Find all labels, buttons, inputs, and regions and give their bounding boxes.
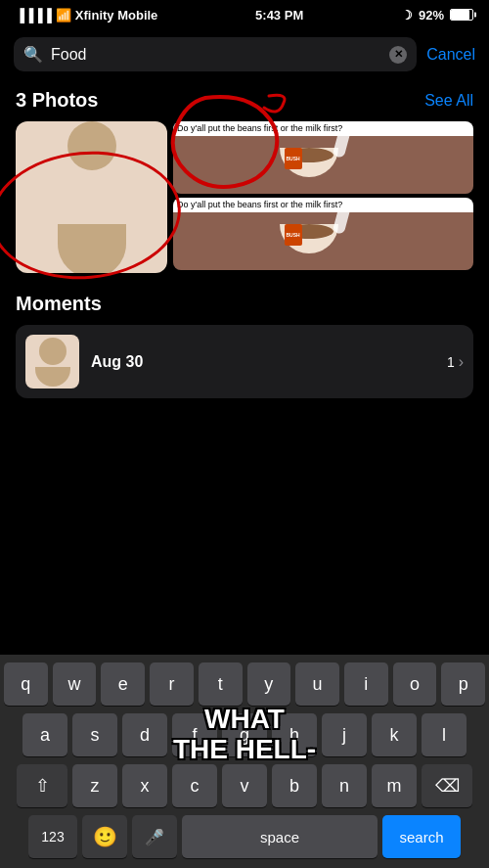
- avatar-head: [67, 121, 116, 170]
- carrier-signal: ▐▐▐▐ 📶 Xfinity Mobile: [16, 8, 157, 23]
- key-t[interactable]: t: [199, 662, 243, 706]
- key-c[interactable]: c: [172, 764, 217, 807]
- key-u[interactable]: u: [295, 662, 339, 706]
- key-h[interactable]: h: [272, 713, 317, 756]
- clear-button[interactable]: ✕: [389, 46, 407, 64]
- profile-photo-card[interactable]: ♥: [16, 121, 167, 273]
- key-x[interactable]: x: [122, 764, 167, 807]
- meme-photo-2[interactable]: Do y'all put the beans first or the milk…: [173, 198, 473, 270]
- main-content: 3 Photos See All ♥ Do y'all put the bean…: [0, 79, 489, 408]
- search-icon: 🔍: [23, 45, 43, 64]
- moment-item[interactable]: Aug 30 1 ›: [16, 325, 473, 398]
- key-z[interactable]: z: [72, 764, 117, 807]
- search-input[interactable]: [51, 46, 381, 64]
- status-right-group: ☽ 92%: [401, 8, 473, 23]
- wifi-icon: 📶: [56, 8, 71, 23]
- key-m[interactable]: m: [372, 764, 417, 807]
- search-input-wrap[interactable]: 🔍 ✕: [14, 37, 417, 71]
- meme-image-1: BUSH: [173, 136, 473, 194]
- meme-photo-1[interactable]: Do y'all put the beans first or the milk…: [173, 121, 473, 194]
- key-q[interactable]: q: [4, 662, 48, 706]
- signal-icon: ▐▐▐▐: [16, 8, 52, 23]
- battery-pct-label: 92%: [419, 8, 444, 23]
- milk-stream-2: [332, 212, 352, 235]
- emoji-key[interactable]: 🙂: [82, 815, 127, 858]
- see-all-button[interactable]: See All: [424, 92, 473, 110]
- key-k[interactable]: k: [372, 713, 417, 756]
- photos-title: 3 Photos: [16, 89, 98, 112]
- key-j[interactable]: j: [322, 713, 367, 756]
- key-f[interactable]: f: [172, 713, 217, 756]
- battery-icon: [450, 9, 473, 21]
- key-row-4: 123 🙂 🎤 space search: [4, 815, 485, 858]
- key-n[interactable]: n: [322, 764, 367, 807]
- clock: 5:43 PM: [255, 8, 303, 23]
- chevron-right-icon: ›: [459, 353, 464, 371]
- avatar-body: [58, 224, 126, 273]
- cancel-button[interactable]: Cancel: [426, 46, 475, 64]
- moments-section: Moments Aug 30 1 ›: [16, 293, 473, 398]
- moment-avatar-head: [39, 338, 67, 365]
- key-i[interactable]: i: [344, 662, 388, 706]
- meme-photo-stack: Do y'all put the beans first or the milk…: [173, 121, 473, 273]
- key-o[interactable]: o: [393, 662, 437, 706]
- photo-grid: ♥ Do y'all put the beans first or the mi…: [16, 121, 473, 273]
- key-e[interactable]: e: [101, 662, 145, 706]
- space-key[interactable]: space: [182, 815, 378, 858]
- meme-image-2: BUSH: [173, 212, 473, 270]
- key-w[interactable]: w: [53, 662, 97, 706]
- can-label: BUSH: [285, 148, 302, 169]
- moment-date: Aug 30: [91, 353, 435, 371]
- moment-avatar-body: [35, 367, 70, 387]
- key-l[interactable]: l: [422, 713, 467, 756]
- key-y[interactable]: y: [247, 662, 291, 706]
- key-s[interactable]: s: [72, 713, 117, 756]
- keyboard: q w e r t y u i o p a s d f g h j k l ⇧ …: [0, 655, 489, 868]
- search-button[interactable]: search: [382, 815, 461, 858]
- key-v[interactable]: v: [222, 764, 267, 807]
- photos-section-header: 3 Photos See All: [16, 89, 473, 112]
- search-bar: 🔍 ✕ Cancel: [0, 29, 489, 79]
- mic-key[interactable]: 🎤: [132, 815, 177, 858]
- key-b[interactable]: b: [272, 764, 317, 807]
- moment-thumbnail: [25, 335, 79, 388]
- shift-key[interactable]: ⇧: [17, 764, 67, 807]
- key-row-3: ⇧ z x c v b n m ⌫: [4, 764, 485, 807]
- moment-count: 1: [447, 354, 455, 370]
- num-key[interactable]: 123: [28, 815, 77, 858]
- keyboard-rows: q w e r t y u i o p a s d f g h j k l ⇧ …: [0, 655, 489, 868]
- moment-count-badge: 1 ›: [447, 353, 464, 371]
- key-row-2: a s d f g h j k l: [4, 713, 485, 756]
- key-r[interactable]: r: [150, 662, 194, 706]
- status-bar: ▐▐▐▐ 📶 Xfinity Mobile 5:43 PM ☽ 92%: [0, 0, 489, 29]
- can-label-2: BUSH: [285, 224, 302, 246]
- carrier-label: Xfinity Mobile: [75, 8, 158, 23]
- delete-key[interactable]: ⌫: [422, 764, 472, 807]
- key-d[interactable]: d: [122, 713, 167, 756]
- meme-caption-1: Do y'all put the beans first or the milk…: [173, 121, 473, 136]
- meme-caption-2: Do y'all put the beans first or the milk…: [173, 198, 473, 212]
- key-p[interactable]: p: [441, 662, 485, 706]
- key-a[interactable]: a: [22, 713, 67, 756]
- key-row-1: q w e r t y u i o p: [4, 662, 485, 706]
- moon-icon: ☽: [401, 8, 413, 23]
- moment-info: Aug 30: [91, 353, 435, 371]
- key-g[interactable]: g: [222, 713, 267, 756]
- milk-stream: [332, 136, 352, 159]
- time-display: 5:43 PM: [255, 8, 303, 23]
- moments-title: Moments: [16, 293, 473, 315]
